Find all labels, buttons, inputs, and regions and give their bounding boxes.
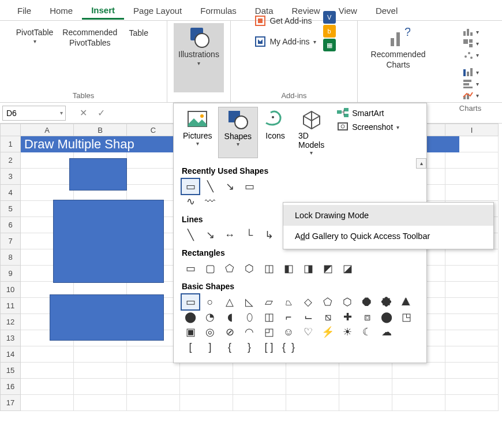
shape-triangle[interactable]: △: [221, 294, 238, 309]
row-header[interactable]: 8: [0, 249, 21, 266]
shape-no-symbol[interactable]: ⊘: [221, 324, 238, 339]
get-addins-button[interactable]: Get Add-ins: [254, 15, 312, 27]
cell[interactable]: [180, 363, 233, 379]
cell[interactable]: [233, 379, 286, 395]
name-box-dropdown-icon[interactable]: ▾: [60, 110, 63, 116]
shape-lightning[interactable]: ⚡: [319, 324, 336, 339]
shape-diag-stripe[interactable]: ⧅: [319, 309, 336, 324]
recommended-charts-button[interactable]: ? Recommended Charts: [366, 23, 430, 71]
cell[interactable]: [21, 395, 74, 411]
recommended-pivot-button[interactable]: ? Recommended PivotTables: [58, 23, 122, 39]
shape-round-1[interactable]: ◧: [280, 261, 297, 276]
cell[interactable]: [445, 330, 499, 346]
shape-round-2[interactable]: ◨: [299, 261, 317, 276]
cell[interactable]: [286, 363, 339, 379]
column-chart-button[interactable]: ▾: [462, 27, 479, 37]
shape-plaque[interactable]: ⧈: [358, 309, 376, 324]
row-header[interactable]: 2: [0, 152, 21, 169]
shape-line-arrow[interactable]: ↘: [201, 227, 219, 242]
cell[interactable]: [286, 379, 339, 395]
cell[interactable]: [74, 379, 127, 395]
tab-insert[interactable]: Insert: [82, 1, 124, 20]
row-header[interactable]: 13: [0, 330, 21, 346]
cell[interactable]: [21, 363, 74, 379]
shape-textbox[interactable]: ▭: [182, 294, 199, 309]
cell[interactable]: [21, 379, 74, 395]
shape-decagon[interactable]: ⯅: [398, 294, 415, 309]
smartart-button[interactable]: SmartArt: [337, 108, 399, 118]
row-header[interactable]: 15: [0, 363, 21, 379]
tab-formulas[interactable]: Formulas: [191, 1, 246, 19]
row-header[interactable]: 4: [0, 185, 21, 201]
shape-chord[interactable]: ◖: [221, 309, 238, 324]
cell[interactable]: [21, 346, 74, 363]
scatter-chart-button[interactable]: ▾: [462, 50, 479, 60]
shape-bevel[interactable]: ▣: [182, 324, 199, 339]
shape-moon[interactable]: ☾: [358, 324, 376, 339]
cell[interactable]: [21, 152, 74, 169]
bar-chart-button[interactable]: ▾: [462, 79, 479, 89]
cell[interactable]: [21, 169, 74, 185]
shape-rectangle[interactable]: ▭: [241, 179, 258, 194]
cell[interactable]: [233, 395, 286, 411]
tab-home[interactable]: Home: [40, 1, 82, 19]
name-box[interactable]: D6 ▾: [2, 106, 66, 121]
shape-brace-right[interactable]: }: [241, 339, 258, 354]
shape-round-snip[interactable]: ◫: [260, 261, 278, 276]
table-button[interactable]: Table: [122, 23, 155, 39]
shape-rectangle[interactable]: [50, 294, 164, 341]
shape-bracket-pair[interactable]: [ ]: [260, 339, 278, 354]
waterfall-chart-button[interactable]: ▾: [462, 67, 479, 77]
shape-line[interactable]: ╲: [182, 227, 199, 242]
cell[interactable]: [127, 363, 180, 379]
col-header[interactable]: A: [21, 124, 74, 136]
row-header[interactable]: 1: [0, 136, 21, 152]
icons-button[interactable]: Icons: [258, 107, 293, 158]
shape-bracket-left[interactable]: [: [182, 339, 199, 354]
shape-can[interactable]: ⬤: [378, 309, 395, 324]
shape-hexagon[interactable]: ⬡: [339, 294, 356, 309]
shape-elbow-arrow[interactable]: ↳: [260, 227, 278, 242]
cell[interactable]: [339, 395, 392, 411]
shape-pentagon[interactable]: ⬠: [319, 294, 336, 309]
shape-elbow[interactable]: └: [241, 227, 258, 242]
my-addins-button[interactable]: My Add-ins ▾: [254, 36, 316, 47]
row-header[interactable]: 7: [0, 233, 21, 249]
hierarchy-chart-button[interactable]: ▾: [462, 38, 479, 48]
cell[interactable]: [180, 379, 233, 395]
lock-drawing-mode-item[interactable]: Lock Drawing Mode: [283, 205, 493, 226]
cell[interactable]: [74, 346, 127, 363]
shape-folded-corner[interactable]: ◰: [260, 324, 278, 339]
bing-addin-icon[interactable]: b: [323, 25, 336, 38]
row-header[interactable]: 17: [0, 395, 21, 411]
shape-round-rect[interactable]: ▢: [201, 261, 219, 276]
shape-snip-rect-2[interactable]: ⬡: [241, 261, 258, 276]
cell[interactable]: [392, 363, 445, 379]
shape-textbox[interactable]: ▭: [182, 179, 199, 194]
cell[interactable]: [21, 185, 74, 201]
row-header[interactable]: 6: [0, 217, 21, 233]
col-header[interactable]: C: [127, 124, 180, 136]
shape-parallelogram[interactable]: ▱: [260, 294, 278, 309]
cell[interactable]: [392, 379, 445, 395]
row-header[interactable]: 11: [0, 298, 21, 314]
shape-l-shape[interactable]: ⌙: [299, 309, 317, 324]
cell[interactable]: [339, 379, 392, 395]
shape-teardrop[interactable]: ⬯: [241, 309, 258, 324]
select-all-corner[interactable]: [0, 124, 21, 136]
people-addin-icon[interactable]: ▦: [323, 39, 336, 51]
shape-bracket-right[interactable]: ]: [201, 339, 219, 354]
row-header[interactable]: 9: [0, 266, 21, 282]
row-header[interactable]: 12: [0, 314, 21, 330]
shape-round-diag[interactable]: ◩: [319, 261, 336, 276]
cell[interactable]: [74, 363, 127, 379]
shape-donut[interactable]: ◎: [201, 324, 219, 339]
cell[interactable]: [127, 169, 180, 185]
cell[interactable]: [445, 298, 499, 314]
cell[interactable]: [445, 363, 499, 379]
row-header[interactable]: 5: [0, 201, 21, 217]
add-to-qat-item[interactable]: Add Gallery to Quick Access Toolbar: [283, 226, 493, 247]
shape-round-diag-2[interactable]: ◪: [339, 261, 356, 276]
tab-file[interactable]: File: [8, 1, 40, 19]
tab-page-layout[interactable]: Page Layout: [124, 1, 191, 19]
